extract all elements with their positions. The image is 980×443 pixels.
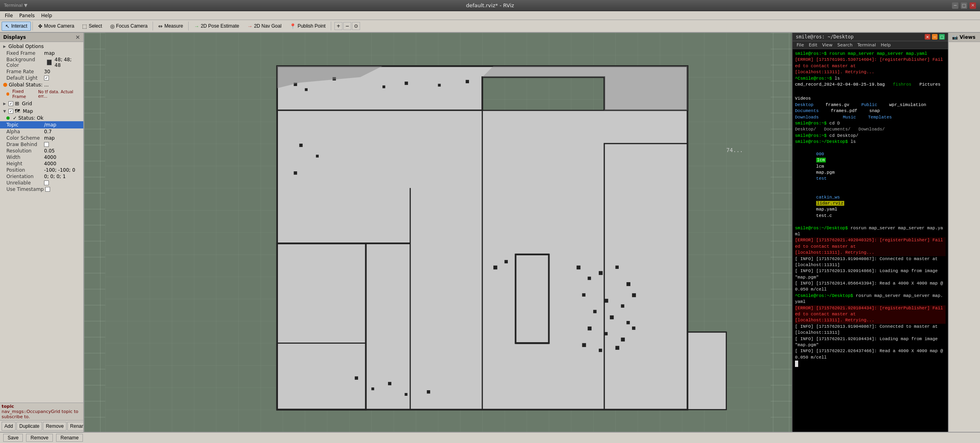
svg-rect-42 [299, 144, 302, 147]
menu-file[interactable]: File [2, 12, 16, 19]
term-line-9: smile@ros:~/Desktop$ rosrun map_server m… [795, 225, 946, 238]
status-topic-line: topic [2, 404, 82, 409]
map-topic-prop[interactable]: Topic /map [0, 121, 83, 128]
term-cursor-line [795, 361, 946, 367]
duplicate-button[interactable]: Duplicate [16, 422, 42, 431]
term-menu-terminal[interactable]: Terminal [855, 42, 879, 48]
map-width-label: Width [6, 154, 42, 160]
fixed-frame-error-value: No tf data. Actual err... [38, 90, 77, 98]
toolbar-separator-1 [32, 22, 33, 30]
fixed-frame-label: Fixed Frame [6, 50, 42, 56]
views-label: Views [960, 34, 976, 40]
nav-goal-icon: → [247, 23, 252, 29]
terminal-body[interactable]: smile@ros:~$ rosrun map_server map_serve… [793, 49, 948, 432]
center-viewport[interactable]: 74... [84, 33, 792, 432]
move-camera-button[interactable]: ✥ Move Camera [34, 22, 78, 31]
terminal-menubar: File Edit View Search Terminal Help [793, 41, 948, 49]
toolbar-separator-2 [153, 22, 153, 30]
map-draw-behind-checkbox[interactable] [44, 142, 49, 147]
svg-rect-34 [626, 321, 630, 324]
close-button[interactable]: ✕ [970, 2, 976, 9]
map-use-timestamp-checkbox[interactable] [45, 187, 50, 192]
frame-rate-value[interactable]: 30 [44, 69, 50, 74]
titlebar: Terminal ▼ default.rviz* - RViz ─ □ ✕ [0, 0, 980, 11]
terminal-minimize-button[interactable]: ─ [932, 34, 938, 40]
terminal-title: smile@ros: ~/Desktop [796, 34, 854, 40]
pose-estimate-button[interactable]: → 2D Pose Estimate [190, 22, 243, 31]
map-unreliable-checkbox[interactable] [44, 180, 49, 185]
measure-button[interactable]: ⇔ Measure [155, 22, 187, 31]
default-light-prop: Default Light [0, 75, 83, 81]
zoom-fit-button[interactable]: ⊙ [352, 22, 360, 30]
map-item[interactable]: ▼ 🗺 Map [0, 107, 83, 115]
focus-camera-icon: ◎ [110, 23, 115, 29]
displays-header: Displays ✕ [0, 33, 83, 42]
bg-color-swatch[interactable] [47, 60, 52, 65]
minimize-button[interactable]: ─ [952, 2, 958, 9]
global-status-item[interactable]: Global Status: ... [0, 81, 83, 88]
nav-goal-button[interactable]: → 2D Nav Goal [243, 22, 285, 31]
focus-camera-label: Focus Camera [116, 23, 148, 29]
map-topic-value[interactable]: /map [44, 122, 56, 128]
map-checkbox[interactable] [8, 109, 13, 114]
remove-button[interactable]: Remove [43, 422, 66, 431]
svg-rect-49 [427, 390, 430, 393]
term-menu-help[interactable]: Help [878, 42, 893, 48]
displays-close[interactable]: ✕ [75, 34, 80, 40]
svg-rect-48 [404, 393, 407, 396]
terminal-maximize-button[interactable]: □ [939, 34, 945, 40]
interact-button[interactable]: ↖ Interact [2, 22, 31, 31]
menu-help[interactable]: Help [38, 12, 55, 19]
app-remove-button[interactable]: Remove [26, 434, 53, 442]
svg-rect-37 [621, 338, 625, 342]
fixed-frame-error-item: Fixed Frame No tf data. Actual err... [0, 88, 83, 100]
svg-rect-41 [616, 346, 620, 350]
terminal-indicator: Terminal ▼ [4, 3, 27, 8]
occupancy-grid-map: 74... [84, 33, 792, 432]
term-menu-file[interactable]: File [794, 42, 806, 48]
default-light-checkbox[interactable] [44, 76, 49, 80]
status-bar: topic nav_msgs::OccupancyGrid topic to s… [0, 403, 83, 420]
term-line-13: [ INFO] [1715762013.920914866]: Loading … [795, 268, 946, 281]
zoom-in-button[interactable]: + [334, 22, 342, 30]
select-icon: ⬚ [82, 23, 87, 29]
global-options-header[interactable]: ▶ Global Options [0, 43, 83, 50]
grid-checkbox[interactable] [8, 101, 13, 106]
term-menu-view[interactable]: View [820, 42, 835, 48]
camera-icon: 📷 [952, 34, 958, 40]
map-color-scheme-value[interactable]: map [44, 135, 55, 141]
svg-rect-25 [599, 271, 603, 275]
add-button[interactable]: Add [2, 422, 16, 431]
map-topic-label: Topic [6, 122, 42, 128]
grid-icon: ⊞ [15, 100, 19, 106]
grid-label: Grid [22, 101, 32, 106]
term-menu-search[interactable]: Search [835, 42, 855, 48]
bg-color-value[interactable]: 48; 48; 48 [54, 57, 77, 68]
app-rename-button[interactable]: Rename [56, 434, 83, 442]
terminal-close-button[interactable]: ✕ [925, 34, 930, 40]
menu-panels[interactable]: Panels [16, 12, 38, 19]
svg-rect-21 [438, 84, 441, 86]
map-color-scheme-label: Color Scheme [6, 135, 42, 141]
maximize-button[interactable]: □ [961, 2, 967, 9]
zoom-controls: + − ⊙ [334, 22, 360, 30]
select-button[interactable]: ⬚ Select [78, 22, 105, 31]
displays-title: Displays [3, 34, 26, 40]
map-alpha-prop: Alpha 0.7 [0, 128, 83, 135]
svg-text:74...: 74... [726, 147, 743, 153]
map-alpha-value[interactable]: 0.7 [44, 129, 52, 134]
app-save-button[interactable]: Save [3, 434, 23, 442]
map-use-timestamp-label: Use Timestamp [6, 186, 44, 192]
term-line-desktop-files2: catkin_ws lidar.rviz map.yaml test.c [795, 188, 946, 225]
term-line-2: [ERROR] [1715761901.530714604]: [registe… [795, 57, 946, 69]
term-line-files: cmd_record_2024-02-04-08-25-19.bag fishr… [795, 82, 946, 102]
term-line-files4: Downloads Music Templates [795, 114, 946, 120]
fixed-frame-value[interactable]: map [44, 50, 55, 56]
term-menu-edit[interactable]: Edit [806, 42, 819, 48]
rename-button[interactable]: Rename [67, 422, 84, 431]
term-line-1: smile@ros:~$ rosrun map_server map_serve… [795, 51, 946, 57]
publish-point-button[interactable]: 📍 Publish Point [286, 22, 329, 31]
grid-item[interactable]: ▶ ⊞ Grid [0, 100, 83, 107]
focus-camera-button[interactable]: ◎ Focus Camera [107, 22, 151, 31]
zoom-out-button[interactable]: − [343, 22, 351, 30]
